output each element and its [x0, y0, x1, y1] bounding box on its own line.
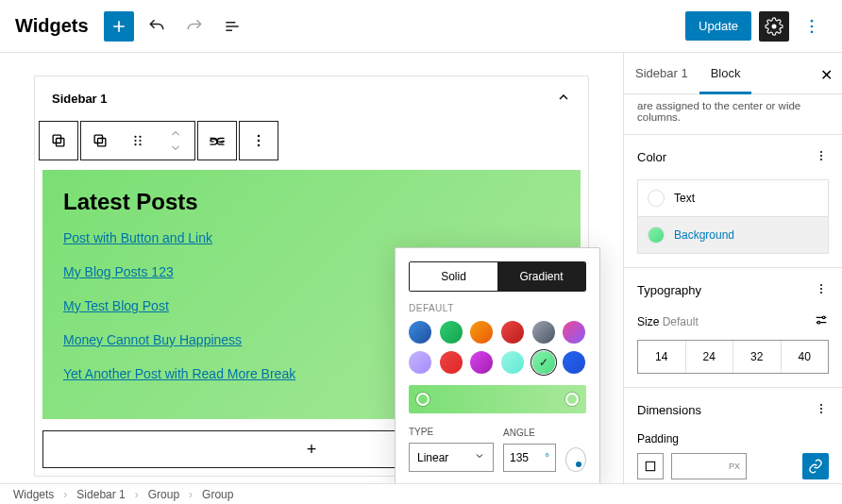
close-sidebar-button[interactable]: ✕ [820, 66, 833, 84]
gradient-type-select[interactable]: Linear [409, 443, 494, 472]
svg-point-22 [822, 316, 825, 319]
svg-point-20 [820, 288, 822, 290]
gradient-swatch[interactable] [563, 351, 585, 374]
gradient-stop-start[interactable] [416, 393, 429, 406]
svg-point-2 [811, 30, 814, 33]
svg-point-0 [811, 19, 814, 22]
svg-point-7 [134, 136, 136, 138]
padding-input[interactable]: PX [671, 453, 747, 479]
breadcrumb-item[interactable]: Group [202, 488, 233, 501]
svg-point-10 [139, 140, 141, 142]
svg-point-25 [820, 408, 822, 410]
custom-size-icon[interactable] [814, 312, 829, 330]
gradient-swatch[interactable] [409, 351, 431, 374]
gradient-swatch[interactable] [501, 351, 524, 374]
svg-point-9 [134, 140, 136, 142]
settings-button[interactable] [759, 11, 789, 42]
gradient-swatch[interactable] [470, 321, 493, 344]
breadcrumb-item[interactable]: Widgets [13, 488, 54, 501]
undo-button[interactable] [142, 11, 172, 42]
update-button[interactable]: Update [685, 11, 751, 41]
svg-point-23 [817, 321, 820, 324]
type-label: TYPE [409, 427, 494, 437]
svg-point-12 [139, 143, 141, 145]
tab-sidebar[interactable]: Sidebar 1 [624, 53, 699, 93]
more-icon[interactable] [814, 281, 829, 299]
padding-label: Padding [637, 432, 829, 445]
svg-point-21 [820, 292, 822, 294]
tab-block[interactable]: Block [699, 53, 752, 94]
gradient-bar[interactable] [409, 385, 586, 413]
breadcrumb-item[interactable]: Sidebar 1 [76, 488, 125, 501]
angle-input[interactable]: 135° [503, 444, 556, 472]
svg-rect-4 [57, 139, 64, 146]
svg-rect-3 [53, 135, 60, 143]
font-size-option[interactable]: 24 [685, 341, 733, 373]
block-description: are assigned to the center or wide colum… [624, 94, 842, 135]
more-icon[interactable] [814, 148, 829, 166]
angle-label: ANGLE [503, 428, 556, 438]
color-indicator [648, 227, 665, 244]
gradient-swatch[interactable] [470, 351, 493, 374]
dimensions-panel-title: Dimensions [637, 403, 701, 417]
color-popover: Solid Gradient DEFAULT TYPE Linear ANGLE… [395, 247, 600, 483]
chevron-up-icon[interactable] [556, 90, 571, 108]
add-block-button[interactable] [104, 11, 134, 42]
gradient-swatch[interactable] [532, 321, 555, 344]
post-link[interactable]: Post with Button and Link [63, 230, 560, 245]
gradient-swatch[interactable] [440, 321, 463, 344]
color-indicator [648, 190, 665, 207]
link-sides-button[interactable] [802, 453, 829, 479]
widget-area-title: Sidebar 1 [52, 92, 108, 106]
svg-point-26 [820, 412, 822, 413]
font-size-option[interactable]: 32 [733, 341, 781, 373]
svg-point-14 [258, 140, 261, 143]
gradient-swatch[interactable] [532, 351, 555, 374]
drag-handle[interactable] [119, 122, 157, 160]
breadcrumb-item[interactable]: Group [148, 488, 179, 501]
solid-tab[interactable]: Solid [410, 262, 497, 291]
svg-point-15 [258, 144, 261, 147]
gradient-tab[interactable]: Gradient [497, 262, 585, 291]
move-up-down-button[interactable] [157, 122, 194, 160]
list-view-button[interactable] [217, 11, 247, 42]
svg-rect-6 [98, 139, 106, 146]
text-color-row[interactable]: Text [637, 179, 829, 217]
more-icon[interactable] [814, 401, 829, 419]
block-type-button[interactable] [40, 122, 77, 160]
gradient-swatch[interactable] [563, 321, 585, 344]
font-size-option[interactable]: 14 [638, 341, 685, 373]
gradient-swatch[interactable] [501, 321, 524, 344]
svg-point-16 [820, 151, 822, 153]
angle-picker[interactable] [565, 447, 586, 472]
group-parent-button[interactable] [81, 122, 119, 160]
svg-point-24 [820, 404, 822, 406]
svg-point-8 [139, 136, 141, 138]
gradient-stop-end[interactable] [565, 393, 579, 406]
svg-point-19 [820, 284, 822, 286]
color-panel-title: Color [637, 150, 666, 164]
gradient-swatch[interactable] [440, 351, 463, 374]
block-heading: Latest Posts [63, 189, 560, 215]
typography-panel-title: Typography [637, 283, 701, 297]
gradient-swatch[interactable] [409, 321, 431, 344]
more-button[interactable] [240, 122, 278, 160]
svg-point-1 [811, 25, 814, 27]
align-button[interactable] [198, 122, 236, 160]
breadcrumb: Widgets› Sidebar 1› Group› Group [0, 483, 842, 504]
svg-point-11 [134, 143, 136, 145]
svg-point-17 [820, 155, 822, 157]
background-color-row[interactable]: Background [637, 217, 829, 254]
font-size-option[interactable]: 40 [781, 341, 829, 373]
page-title: Widgets [15, 15, 89, 37]
svg-point-13 [258, 135, 261, 138]
options-button[interactable] [797, 11, 827, 42]
redo-button[interactable] [179, 11, 210, 42]
swatch-group-label: DEFAULT [409, 303, 586, 313]
svg-rect-5 [94, 135, 102, 143]
padding-sides-button[interactable] [637, 453, 664, 479]
svg-point-18 [820, 159, 822, 160]
svg-rect-27 [646, 462, 654, 470]
